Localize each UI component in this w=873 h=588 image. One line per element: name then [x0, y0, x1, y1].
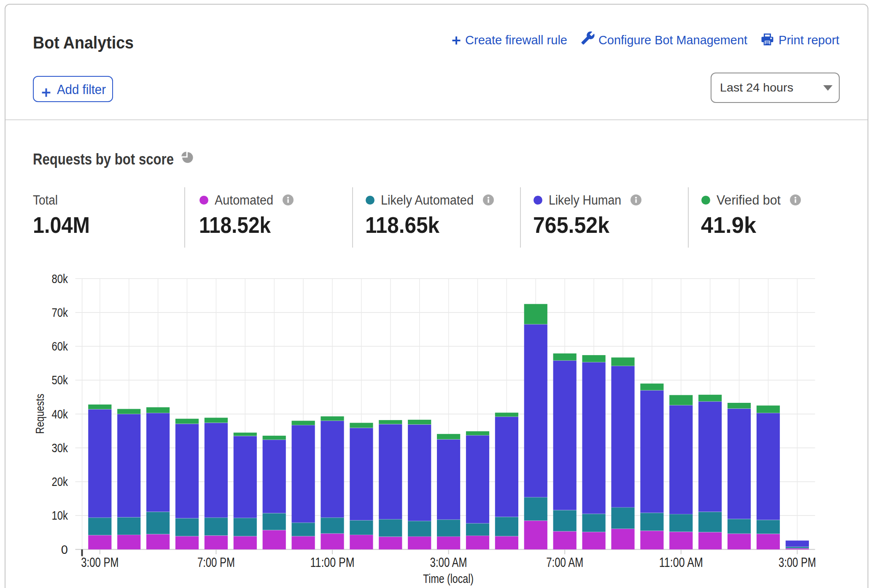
svg-text:3:00 PM: 3:00 PM [779, 555, 816, 570]
svg-text:Time (local): Time (local) [423, 572, 474, 585]
svg-text:50k: 50k [52, 373, 68, 387]
svg-text:7:00 PM: 7:00 PM [197, 555, 235, 570]
svg-text:80k: 80k [52, 272, 68, 286]
svg-text:Requests: Requests [33, 394, 46, 434]
svg-text:7:00 AM: 7:00 AM [546, 555, 583, 570]
svg-text:11:00 PM: 11:00 PM [310, 555, 355, 570]
svg-text:20k: 20k [52, 475, 68, 488]
svg-text:30k: 30k [52, 441, 68, 455]
svg-text:60k: 60k [52, 340, 68, 353]
svg-text:40k: 40k [52, 407, 68, 421]
svg-text:3:00 PM: 3:00 PM [81, 555, 119, 570]
svg-text:3:00 AM: 3:00 AM [430, 555, 467, 570]
svg-text:70k: 70k [52, 306, 68, 319]
svg-text:10k: 10k [52, 509, 68, 522]
svg-text:0: 0 [61, 543, 68, 556]
svg-text:11:00 AM: 11:00 AM [659, 555, 703, 570]
